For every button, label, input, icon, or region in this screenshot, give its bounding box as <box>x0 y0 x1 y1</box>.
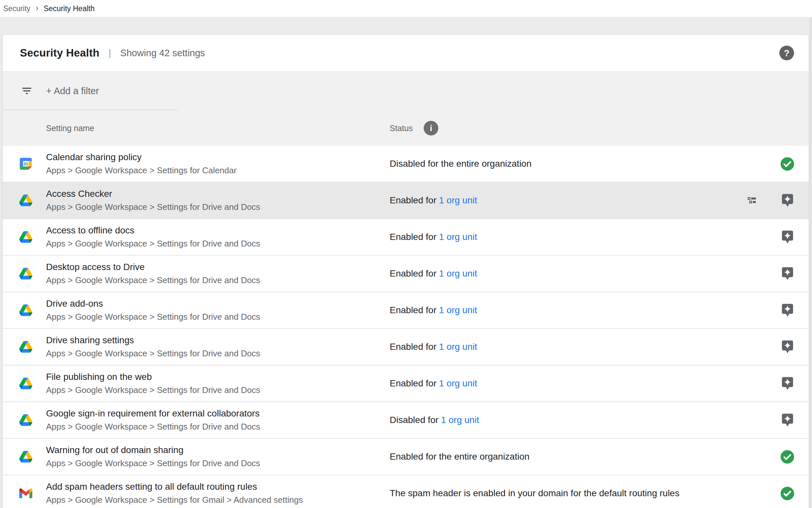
recommendation-icon[interactable] <box>780 193 795 208</box>
info-icon[interactable] <box>424 121 438 135</box>
org-unit-link[interactable]: 1 org unit <box>441 415 479 425</box>
breadcrumb-security-link[interactable]: Security <box>3 4 30 13</box>
breadcrumb-current: Security Health <box>44 4 95 13</box>
security-health-card: Security Health | Showing 42 settings + … <box>2 34 809 508</box>
setting-info: Calendar sharing policy Apps > Google Wo… <box>46 152 236 175</box>
status-text: Enabled for <box>390 232 439 242</box>
drive-icon <box>19 230 32 244</box>
org-unit-link[interactable]: 1 org unit <box>439 305 477 315</box>
setting-row[interactable]: 31 Calendar sharing policy Apps > Google… <box>3 146 809 182</box>
filter-icon <box>20 85 33 97</box>
row-icons <box>780 412 795 428</box>
calendar-icon: 31 <box>19 157 32 170</box>
drive-icon <box>19 414 32 427</box>
setting-name: File publishing on the web <box>46 372 260 382</box>
setting-row[interactable]: Drive add-ons Apps > Google Workspace > … <box>3 292 809 329</box>
row-icons <box>780 449 795 465</box>
row-icons <box>780 339 795 355</box>
recommendation-icon[interactable] <box>780 266 795 282</box>
setting-status: Disabled for 1 org unit <box>390 415 479 425</box>
setting-path: Apps > Google Workspace > Settings for C… <box>46 165 236 175</box>
recommendation-icon[interactable] <box>780 376 795 391</box>
setting-path: Apps > Google Workspace > Settings for D… <box>46 239 260 249</box>
setting-row[interactable]: Access Checker Apps > Google Workspace >… <box>3 182 809 219</box>
setting-row[interactable]: Access to offline docs Apps > Google Wor… <box>3 219 809 256</box>
setting-path: Apps > Google Workspace > Settings for D… <box>46 275 260 285</box>
row-icons <box>780 229 795 245</box>
status-text: Disabled for <box>390 415 441 425</box>
setting-info: Access Checker Apps > Google Workspace >… <box>46 188 260 212</box>
filter-bar: + Add a filter <box>3 72 809 110</box>
setting-info: Access to offline docs Apps > Google Wor… <box>46 225 260 249</box>
setting-row[interactable]: Warning for out of domain sharing Apps >… <box>3 439 809 475</box>
page-title: Security Health <box>20 47 99 59</box>
org-unit-link[interactable]: 1 org unit <box>439 342 477 352</box>
setting-path: Apps > Google Workspace > Settings for D… <box>46 312 260 322</box>
recommendation-icon[interactable] <box>780 302 795 318</box>
page-edge-gutter <box>809 17 812 508</box>
table-header: Setting name Status <box>3 110 809 146</box>
settings-list: 31 Calendar sharing policy Apps > Google… <box>3 146 809 508</box>
status-text: The spam header is enabled in your domai… <box>390 488 679 498</box>
setting-row[interactable]: File publishing on the web Apps > Google… <box>3 366 809 402</box>
settings-count: Showing 42 settings <box>120 48 205 58</box>
org-unit-link[interactable]: 1 org unit <box>439 232 477 242</box>
setting-info: Drive add-ons Apps > Google Workspace > … <box>46 298 260 322</box>
setting-status: Enabled for 1 org unit <box>390 305 477 315</box>
setting-status: The spam header is enabled in your domai… <box>390 488 679 499</box>
setting-name: Drive add-ons <box>46 298 260 309</box>
org-unit-link[interactable]: 1 org unit <box>439 268 477 279</box>
setting-info: Add spam headers setting to all default … <box>46 481 303 505</box>
setting-status: Enabled for 1 org unit <box>390 378 477 389</box>
setting-info: Drive sharing settings Apps > Google Wor… <box>46 335 260 358</box>
setting-name: Add spam headers setting to all default … <box>46 481 303 492</box>
setting-row[interactable]: Desktop access to Drive Apps > Google Wo… <box>3 256 809 292</box>
recommendation-icon[interactable] <box>780 412 795 428</box>
setting-info: Desktop access to Drive Apps > Google Wo… <box>46 262 260 285</box>
setting-row[interactable]: Add spam headers setting to all default … <box>3 475 809 508</box>
drive-icon <box>19 340 32 353</box>
breadcrumb-chevron-icon: › <box>36 3 39 13</box>
setting-path: Apps > Google Workspace > Settings for D… <box>46 422 260 432</box>
column-status: Status <box>390 123 413 133</box>
setting-row[interactable]: Google sign-in requirement for external … <box>3 402 809 439</box>
row-icons <box>746 193 795 208</box>
status-text: Enabled for <box>390 195 439 205</box>
setting-status: Enabled for 1 org unit <box>390 268 477 279</box>
org-unit-link[interactable]: 1 org unit <box>439 378 477 388</box>
setting-info: Warning for out of domain sharing Apps >… <box>46 445 260 468</box>
setting-status: Enabled for 1 org unit <box>390 342 477 352</box>
svg-text:31: 31 <box>23 162 28 166</box>
help-icon[interactable] <box>779 46 794 60</box>
recommendation-icon[interactable] <box>780 339 795 355</box>
row-icons <box>780 266 795 282</box>
setting-name: Google sign-in requirement for external … <box>46 408 260 419</box>
setting-path: Apps > Google Workspace > Settings for D… <box>46 348 260 358</box>
drive-icon <box>19 267 32 280</box>
recommendation-icon[interactable] <box>780 229 795 245</box>
row-icons <box>780 376 795 391</box>
status-text: Enabled for <box>390 305 439 315</box>
setting-row[interactable]: Drive sharing settings Apps > Google Wor… <box>3 329 809 366</box>
add-filter-button[interactable]: + Add a filter <box>46 86 99 96</box>
setting-status: Enabled for 1 org unit <box>390 195 477 206</box>
status-ok-icon <box>780 449 795 465</box>
org-unit-link[interactable]: 1 org unit <box>439 195 477 205</box>
setting-name: Warning for out of domain sharing <box>46 445 260 455</box>
status-ok-icon <box>780 485 795 501</box>
drive-icon <box>19 194 32 207</box>
org-units-icon <box>746 194 759 207</box>
setting-path: Apps > Google Workspace > Settings for D… <box>46 202 260 212</box>
setting-name: Access to offline docs <box>46 225 260 236</box>
status-text: Disabled for the entire organization <box>390 159 531 169</box>
setting-path: Apps > Google Workspace > Settings for D… <box>46 385 260 395</box>
setting-status: Enabled for the entire organization <box>390 452 529 462</box>
setting-path: Apps > Google Workspace > Settings for G… <box>46 495 303 505</box>
row-icons <box>780 302 795 318</box>
status-text: Enabled for the entire organization <box>390 452 529 462</box>
setting-info: File publishing on the web Apps > Google… <box>46 372 260 395</box>
status-ok-icon <box>780 156 795 172</box>
title-separator: | <box>108 47 111 58</box>
setting-status: Disabled for the entire organization <box>390 159 531 169</box>
gmail-icon <box>19 487 32 500</box>
